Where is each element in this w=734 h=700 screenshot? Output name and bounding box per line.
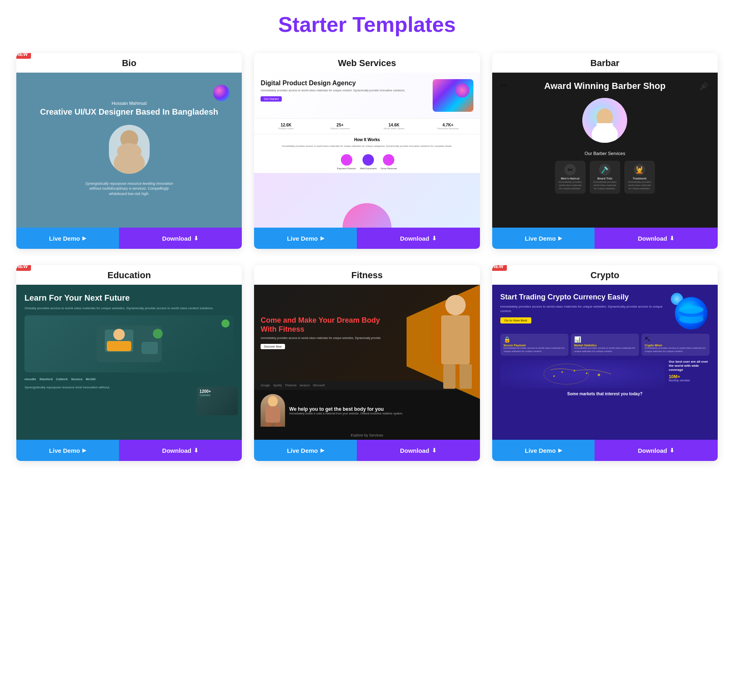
ws-how: How It Works Immediately provides access…: [254, 134, 480, 151]
svg-rect-17: [443, 364, 455, 389]
ws-bottom-image: [254, 173, 480, 228]
svg-point-9: [113, 329, 125, 340]
live-demo-button-barbar[interactable]: Live Demo ▶: [492, 228, 595, 249]
barbar-service1-desc: Immediately provides world class materia…: [558, 181, 582, 190]
fitness-brand3: Pinterest: [285, 384, 296, 387]
fitness-brand4: amazon: [300, 384, 310, 387]
ws-icons: Payment Director Well Document Grow Reve…: [254, 151, 480, 173]
card-title-row-webservices: Web Services: [254, 53, 480, 73]
download-button-education[interactable]: Download ⬇: [119, 440, 242, 461]
download-button-bio[interactable]: Download ⬇: [119, 228, 242, 249]
new-badge-bio: New: [16, 53, 31, 59]
live-demo-label-crypto: Live Demo: [525, 447, 556, 454]
arrow-icon-barbar: ▶: [558, 235, 562, 241]
download-icon-webservices: ⬇: [432, 235, 437, 241]
bio-avatar: [109, 125, 150, 174]
bio-orb-decoration: [213, 85, 230, 101]
crypto-card2-desc: Immediately provides access to world cla…: [574, 347, 636, 353]
bio-person-name: Hossain Mahmud: [112, 101, 147, 106]
crypto-cta-btn: Go to Now Best: [500, 317, 531, 323]
edu-logo5: McGill: [86, 377, 95, 381]
card-actions-webservices: Live Demo ▶ Download ⬇: [254, 228, 480, 249]
barbar-service3-icon: 💆: [634, 164, 645, 175]
bio-description: Synergistically repurpose resource-level…: [80, 181, 178, 197]
live-demo-button-bio[interactable]: Live Demo ▶: [16, 228, 119, 249]
edu-courses-label: Courses: [199, 394, 235, 397]
fitness-brand5: Microsoft: [313, 384, 325, 387]
card-preview-crypto: Start Trading Crypto Currency Easily Imm…: [492, 285, 718, 440]
live-demo-button-crypto[interactable]: Live Demo ▶: [492, 440, 595, 461]
barbar-deco-comb: 🪮: [699, 81, 710, 91]
arrow-icon-education: ▶: [82, 447, 86, 453]
card-actions-bio: Live Demo ▶ Download ⬇: [16, 228, 242, 249]
card-fitness: Fitness Come and Make Your Dream Body Wi…: [254, 265, 480, 461]
barbar-service3-desc: Immediately provides world class materia…: [628, 181, 652, 190]
download-icon-bio: ⬇: [194, 235, 199, 241]
download-icon-fitness: ⬇: [432, 447, 437, 454]
card-title-row-barbar: Barbar: [492, 53, 718, 73]
page-title: Starter Templates: [16, 12, 718, 37]
svg-point-29: [573, 370, 575, 372]
card-title-row-crypto: New Crypto: [492, 265, 718, 285]
live-demo-label-webservices: Live Demo: [287, 235, 318, 242]
crypto-card2: 📊 Market Statistics Immediately provides…: [571, 334, 639, 356]
svg-point-32: [553, 375, 555, 377]
download-button-webservices[interactable]: Download ⬇: [357, 228, 480, 249]
svg-point-27: [544, 364, 588, 384]
card-webservices: Web Services Digital Product Design Agen…: [254, 53, 480, 249]
barbar-service1-name: Men's Haircut: [558, 177, 582, 180]
ws-icon2-circle: [363, 154, 374, 166]
ws-stat4-label: Payments Revenue: [422, 127, 473, 130]
barbar-service2-icon: 🪒: [599, 164, 610, 175]
svg-rect-6: [597, 123, 613, 137]
download-button-crypto[interactable]: Download ⬇: [595, 440, 718, 461]
card-title-bio: Bio: [122, 58, 136, 69]
crypto-description: Immediately provides access to world-cla…: [500, 304, 669, 313]
live-demo-button-fitness[interactable]: Live Demo ▶: [254, 440, 357, 461]
card-education: New Education Learn For Your Next Future…: [16, 265, 242, 461]
svg-point-15: [445, 295, 466, 315]
barbar-service1-icon: ✂: [564, 164, 576, 175]
live-demo-button-webservices[interactable]: Live Demo ▶: [254, 228, 357, 249]
svg-rect-18: [460, 364, 472, 389]
card-title-education: Education: [107, 270, 150, 281]
fitness-brand2: Spotify: [273, 384, 282, 387]
crypto-users-label: Monthly member: [669, 379, 710, 382]
svg-rect-20: [265, 406, 280, 423]
arrow-icon-fitness: ▶: [321, 447, 324, 453]
download-icon-crypto: ⬇: [670, 447, 674, 454]
crypto-markets-title: Some markets that interest you today?: [500, 392, 710, 396]
download-icon-education: ⬇: [194, 447, 199, 454]
fitness-bottom-person: [261, 394, 285, 427]
edu-logo3: Caltech: [56, 377, 68, 381]
arrow-icon-crypto: ▶: [558, 447, 562, 453]
download-button-fitness[interactable]: Download ⬇: [357, 440, 480, 461]
ws-icon3-circle: [383, 154, 394, 166]
svg-rect-12: [141, 342, 158, 354]
ws-stat3-label: World Wide Clients: [369, 127, 419, 130]
download-button-barbar[interactable]: Download ⬇: [595, 228, 718, 249]
card-preview-barbar: ✂ 🪮 Award Winning Barber Shop: [492, 73, 718, 228]
barbar-service3-name: Treatment: [628, 177, 652, 180]
crypto-card3-desc: Immediately provides access to world cla…: [645, 347, 706, 353]
barbar-deco-scissors: ✂: [500, 81, 507, 91]
arrow-icon-bio: ▶: [82, 235, 86, 241]
card-actions-crypto: Live Demo ▶ Download ⬇: [492, 440, 718, 461]
svg-point-11: [153, 329, 163, 339]
crypto-feature-cards: 🔒 Secure Payment Immediately provides ac…: [500, 334, 710, 356]
svg-rect-22: [274, 423, 281, 427]
download-icon-barbar: ⬇: [670, 235, 674, 241]
live-demo-button-education[interactable]: Live Demo ▶: [16, 440, 119, 461]
crypto-card3-title: Crypto Miner: [645, 344, 706, 347]
crypto-card1: 🔒 Secure Payment Immediately provides ac…: [500, 334, 568, 356]
svg-rect-21: [265, 423, 271, 427]
ws-icon2-label: Well Document: [360, 167, 377, 170]
svg-point-31: [597, 374, 600, 376]
live-demo-label-barbar: Live Demo: [525, 235, 556, 242]
barbar-service2-name: Beard Trim: [593, 177, 617, 180]
ws-how-title: How It Works: [261, 137, 473, 142]
fitness-heading: Come and Make Your Dream Body With Fitne…: [261, 316, 381, 334]
card-preview-bio: Hossain Mahmud Creative UI/UX Designer B…: [16, 73, 242, 228]
crypto-card2-icon: 📊: [574, 336, 636, 343]
card-crypto: New Crypto Start Trading Crypto Currency…: [492, 265, 718, 461]
